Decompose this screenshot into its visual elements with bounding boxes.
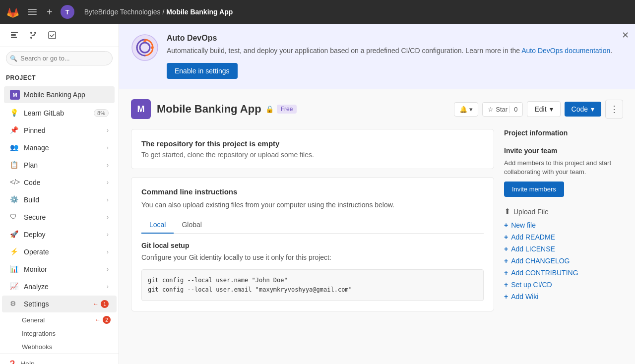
- project-header-row: M Mobile Banking App 🔒 Free 🔔 ▾ ☆ Star 0: [131, 99, 623, 119]
- add-contributing-link[interactable]: + Add CONTRIBUTING: [504, 269, 623, 277]
- bulb-icon: 💡: [10, 109, 19, 118]
- chevron-right-icon: ›: [107, 144, 109, 151]
- sidebar-top-tabs: [0, 24, 119, 47]
- upload-icon: ⬆: [504, 207, 510, 216]
- cli-desc: You can also upload existing files from …: [141, 201, 484, 209]
- setup-cicd-label: Set up CI/CD: [511, 281, 552, 289]
- git-setup-title: Git local setup: [141, 242, 484, 249]
- general-badge: 2: [103, 316, 111, 324]
- chevron-right-icon: ›: [107, 214, 109, 221]
- content-main: The repository for this project is empty…: [131, 129, 494, 311]
- chevron-right-icon: ›: [107, 179, 109, 186]
- avatar[interactable]: T: [61, 5, 74, 19]
- project-actions: 🔔 ▾ ☆ Star 0 Edit ▾ Code ▾: [454, 100, 623, 119]
- sidebar-item-plan[interactable]: 📋 Plan ›: [2, 157, 117, 174]
- more-options-btn[interactable]: ⋮: [605, 100, 623, 119]
- sidebar-sub-item-general[interactable]: General ← 2: [0, 313, 119, 327]
- add-changelog-label: Add CHANGELOG: [511, 257, 570, 265]
- star-btn[interactable]: ☆ Star 0: [482, 102, 523, 117]
- bell-icon: 🔔: [459, 106, 467, 113]
- operate-icon: ⚡: [10, 247, 19, 256]
- sidebar-nav: 💡 Learn GitLab 8% 📌 Pinned › 👥 Manage: [0, 104, 119, 354]
- project-info-section: Project information: [504, 129, 623, 137]
- gitlab-logo[interactable]: [6, 5, 20, 19]
- sidebar-sub-item-webhooks[interactable]: Webhooks: [0, 340, 119, 354]
- code-btn[interactable]: Code ▾: [565, 102, 601, 117]
- sidebar-item-settings[interactable]: ⚙ Settings ← 1: [2, 296, 117, 312]
- sidebar-toggle-btn[interactable]: [26, 5, 39, 18]
- sidebar-item-deploy[interactable]: 🚀 Deploy ›: [2, 226, 117, 243]
- add-license-link[interactable]: + Add LICENSE: [504, 245, 623, 253]
- code-block: git config --local user.name "John Doe" …: [141, 269, 484, 301]
- sidebar-tab-issues[interactable]: [6, 28, 23, 43]
- new-file-link[interactable]: + New file: [504, 221, 623, 229]
- sidebar-item-analyze[interactable]: 📈 Analyze ›: [2, 278, 117, 295]
- free-badge: Free: [277, 105, 297, 114]
- plus-icon: +: [504, 281, 508, 289]
- sidebar-item-learn-gitlab[interactable]: 💡 Learn GitLab 8%: [2, 105, 117, 121]
- invite-desc: Add members to this project and start co…: [504, 159, 623, 177]
- edit-label: Edit: [534, 105, 546, 113]
- empty-repo-desc: To get started, clone the repository or …: [141, 151, 484, 159]
- svg-rect-9: [49, 32, 56, 39]
- breadcrumb: ByteBridge Technologies / Mobile Banking…: [84, 8, 629, 16]
- cli-box: Command line instructions You can also u…: [131, 177, 494, 311]
- add-contributing-label: Add CONTRIBUTING: [511, 269, 578, 277]
- shield-icon: 🛡: [10, 213, 19, 222]
- search-input[interactable]: [6, 51, 113, 65]
- plus-icon: +: [504, 221, 508, 229]
- manage-icon: 👥: [10, 143, 19, 152]
- star-label: Star: [496, 106, 508, 113]
- setup-cicd-link[interactable]: + Set up CI/CD: [504, 281, 623, 289]
- new-item-btn[interactable]: +: [45, 4, 55, 20]
- empty-repo-box: The repository for this project is empty…: [131, 129, 494, 169]
- upload-section: ⬆ Upload File + New file + Add README: [504, 207, 623, 301]
- auto-devops-docs-link[interactable]: Auto DevOps documentation: [521, 47, 610, 55]
- sidebar-item-monitor[interactable]: 📊 Monitor ›: [2, 261, 117, 278]
- devops-icon: [131, 34, 159, 61]
- cli-title: Command line instructions: [141, 187, 484, 196]
- search-icon: 🔍: [10, 55, 17, 62]
- sidebar-project-item[interactable]: M Mobile Banking App: [4, 86, 115, 103]
- red-left-arrow-2-icon: ←: [95, 316, 101, 323]
- tab-global[interactable]: Global: [174, 217, 209, 234]
- invite-members-btn[interactable]: Invite members: [504, 182, 564, 197]
- analyze-icon: 📈: [10, 282, 19, 291]
- deploy-icon: 🚀: [10, 230, 19, 239]
- edit-btn[interactable]: Edit ▾: [527, 101, 560, 117]
- svg-rect-1: [28, 11, 37, 12]
- plus-icon: +: [504, 233, 508, 241]
- sidebar-tab-mr[interactable]: [25, 28, 42, 43]
- svg-rect-5: [11, 37, 17, 38]
- svg-point-10: [132, 35, 158, 61]
- add-readme-link[interactable]: + Add README: [504, 233, 623, 241]
- sidebar-item-code[interactable]: </> Code ›: [2, 174, 117, 191]
- sidebar-item-pinned[interactable]: 📌 Pinned ›: [2, 122, 117, 139]
- svg-rect-3: [11, 32, 18, 33]
- sidebar-item-build[interactable]: ⚙️ Build ›: [2, 191, 117, 208]
- sidebar-sub-item-integrations[interactable]: Integrations: [0, 327, 119, 340]
- chevron-right-icon: ›: [107, 196, 109, 203]
- plan-icon: 📋: [10, 161, 19, 170]
- project-info-title: Project information: [504, 129, 623, 137]
- code-label: Code: [572, 105, 588, 113]
- notification-btn[interactable]: 🔔 ▾: [454, 102, 478, 117]
- lock-icon: 🔒: [265, 105, 274, 113]
- add-wiki-label: Add Wiki: [511, 293, 538, 301]
- project-page: M Mobile Banking App 🔒 Free 🔔 ▾ ☆ Star 0: [119, 89, 635, 321]
- banner-close-btn[interactable]: ✕: [622, 30, 629, 41]
- banner-content: Auto DevOps Automatically build, test, a…: [167, 34, 623, 79]
- help-item[interactable]: ❓ Help: [0, 354, 119, 364]
- sidebar-item-operate[interactable]: ⚡ Operate ›: [2, 243, 117, 260]
- tab-local[interactable]: Local: [141, 217, 174, 234]
- sidebar-item-manage[interactable]: 👥 Manage ›: [2, 139, 117, 156]
- enable-settings-btn[interactable]: Enable in settings: [167, 63, 238, 79]
- add-wiki-link[interactable]: + Add Wiki: [504, 293, 623, 301]
- sidebar-item-secure[interactable]: 🛡 Secure ›: [2, 209, 117, 226]
- red-left-arrow-icon: ←: [93, 301, 99, 307]
- add-changelog-link[interactable]: + Add CHANGELOG: [504, 257, 623, 265]
- sidebar-tab-todo[interactable]: [44, 28, 61, 43]
- main-content: Auto DevOps Automatically build, test, a…: [119, 24, 635, 364]
- upload-row: ⬆ Upload File: [504, 207, 623, 216]
- git-setup-desc: Configure your Git identity locally to u…: [141, 253, 484, 261]
